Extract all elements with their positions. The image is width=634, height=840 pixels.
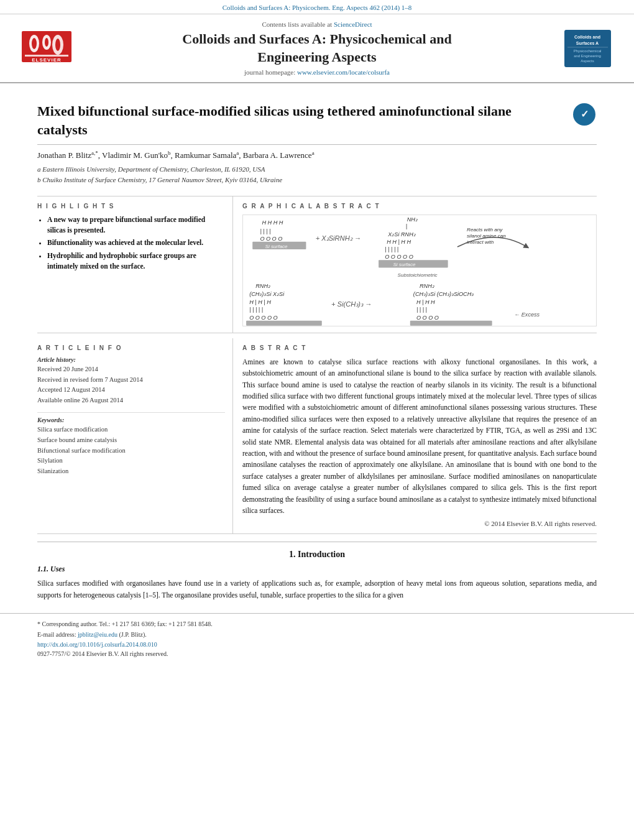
highlight-item-1: A new way to prepare bifunctional surfac… [47, 215, 225, 236]
svg-text:✓: ✓ [581, 109, 589, 119]
affiliation-b: b Chuiko Institute of Surface Chemistry,… [37, 175, 597, 185]
section-divider [37, 542, 597, 542]
graphical-abstract-column: G R A P H I C A L A B S T R A C T H H H … [233, 196, 597, 333]
svg-text:X₂Si    RNH₂: X₂Si RNH₂ [387, 231, 415, 238]
svg-text:|: | [406, 223, 407, 229]
svg-text:Surfaces A: Surfaces A [576, 41, 598, 45]
svg-rect-48 [410, 321, 492, 326]
svg-text:O  O  O     O: O O O O [416, 314, 439, 320]
journal-logo-right: Colloids and Surfaces A Physicochemical … [559, 30, 615, 67]
svg-text:and Engineering: and Engineering [574, 54, 601, 58]
history-label: Article history: [37, 356, 225, 363]
svg-text:NH₂: NH₂ [407, 216, 418, 223]
svg-point-2 [32, 38, 37, 49]
article-title-section: Mixed bifunctional surface-modified sili… [37, 96, 597, 144]
intro-text: Silica surfaces modified with organosila… [37, 578, 597, 601]
svg-text:H  H |  H   H: H H | H H [387, 239, 411, 245]
svg-text:interact with: interact with [467, 239, 494, 245]
svg-text:O  O  O  O: O O O O [260, 236, 282, 242]
highlights-label: H I G H L I G H T S [37, 203, 225, 210]
keyword-3: Bifunctional surface modification [37, 446, 225, 456]
authors-line: Jonathan P. Blitza,*, Vladimir M. Gun'ko… [37, 145, 597, 163]
elsevier-logo: ELSEVIER [19, 31, 75, 65]
svg-text:|  |   |         |: | | | | [416, 307, 427, 313]
graphical-abstract-svg: H H H H | | | | O O O O Si surface + X₂S… [243, 215, 596, 326]
svg-text:ELSEVIER: ELSEVIER [32, 57, 62, 63]
footer-email-link[interactable]: jpblitz@eiu.edu [78, 631, 117, 638]
svg-text:Physicochemical: Physicochemical [573, 49, 601, 53]
abstract-column: A B S T R A C T Amines are known to cata… [233, 338, 597, 533]
highlights-list: A new way to prepare bifunctional surfac… [37, 215, 225, 272]
journal-header: ELSEVIER Contents lists available at Sci… [0, 14, 634, 83]
journal-homepage-link[interactable]: www.elsevier.com/locate/colsurfa [297, 68, 390, 76]
svg-text:+  X₂SiRNH₂  →: + X₂SiRNH₂ → [316, 234, 361, 242]
main-content: Mixed bifunctional surface-modified sili… [0, 83, 634, 613]
footer-email-line: E-mail address: jpblitz@eiu.edu (J.P. Bl… [37, 630, 597, 639]
svg-text:H  |   H       H: H | H H [416, 299, 435, 305]
intro-section-title: 1. Introduction [37, 550, 597, 560]
abstract-copyright: © 2014 Elsevier B.V. All rights reserved… [242, 520, 597, 527]
article-info-label: A R T I C L E I N F O [37, 344, 225, 351]
svg-text:Si surface: Si surface [393, 262, 416, 267]
keyword-1: Silica surface modification [37, 425, 225, 435]
svg-text:Aspects: Aspects [581, 59, 594, 63]
sciencedirect-link: Contents lists available at ScienceDirec… [81, 21, 553, 28]
svg-text:Si surface: Si surface [265, 244, 288, 249]
footer-doi-line: http://dx.doi.org/10.1016/j.colsurfa.201… [37, 641, 597, 648]
article-info-column: A R T I C L E I N F O Article history: R… [37, 338, 233, 533]
svg-text:Substoichiometric: Substoichiometric [398, 272, 438, 278]
introduction-section: 1. Introduction 1.1. Uses Silica surface… [37, 550, 597, 601]
svg-text:RNH₂: RNH₂ [420, 283, 434, 289]
keyword-4: Silylation [37, 456, 225, 466]
abstract-label: A B S T R A C T [242, 344, 597, 351]
info-abstract-row: A R T I C L E I N F O Article history: R… [37, 338, 597, 534]
article-title: Mixed bifunctional surface-modified sili… [37, 102, 563, 139]
graphical-abstract-label: G R A P H I C A L A B S T R A C T [242, 203, 597, 210]
affiliation-a: a Eastern Illinois University, Departmen… [37, 164, 597, 175]
footer-footnote: * Corresponding author. Tel.: +1 217 581… [37, 620, 597, 629]
journal-center: Contents lists available at ScienceDirec… [75, 21, 559, 76]
svg-text:|   |   |   |: | | | | [260, 228, 270, 234]
svg-text:Colloids and: Colloids and [574, 35, 600, 39]
highlight-item-2: Bifunctionality was achieved at the mole… [47, 238, 225, 248]
journal-homepage: journal homepage: www.elsevier.com/locat… [81, 68, 553, 76]
svg-text:Reacts with any: Reacts with any [467, 226, 503, 232]
top-citation-bar: Colloids and Surfaces A: Physicochem. En… [0, 0, 634, 14]
svg-text:(CH₃)₃Si    (CH₃)₃SiOCH₃: (CH₃)₃Si (CH₃)₃SiOCH₃ [413, 291, 474, 297]
svg-text:silanol amine can: silanol amine can [467, 233, 506, 239]
article-history-section: Article history: Received 20 June 2014 R… [37, 356, 225, 406]
svg-text:←  Excess: ← Excess [514, 311, 540, 317]
svg-rect-7 [25, 55, 68, 57]
footer-issn: 0927-7757/© 2014 Elsevier B.V. All right… [37, 650, 597, 658]
keywords-list: Silica surface modification Surface boun… [37, 425, 225, 477]
highlights-abstract-row: H I G H L I G H T S A new way to prepare… [37, 196, 597, 333]
received-date: Received 20 June 2014 Received in revise… [37, 364, 225, 406]
article-title-text: Mixed bifunctional surface-modified sili… [37, 102, 563, 139]
journal-citation: Colloids and Surfaces A: Physicochem. En… [223, 4, 412, 11]
highlights-column: H I G H L I G H T S A new way to prepare… [37, 196, 233, 333]
sciencedirect-anchor[interactable]: ScienceDirect [334, 21, 372, 28]
crossmark-icon: ✓ [573, 103, 595, 126]
graphical-abstract-diagram: H H H H | | | | O O O O Si surface + X₂S… [242, 215, 597, 326]
svg-rect-41 [246, 321, 322, 326]
svg-point-6 [55, 39, 60, 51]
svg-text:H  |   H  |   H: H | H | H [249, 299, 271, 305]
page-footer: * Corresponding author. Tel.: +1 217 581… [0, 613, 634, 665]
journal-title: Colloids and Surfaces A: Physicochemical… [81, 30, 553, 66]
svg-text:O  O  O  O  O: O O O O O [385, 254, 413, 260]
csa-logo-svg: Colloids and Surfaces A Physicochemical … [564, 30, 611, 67]
svg-text:O  O  O  O  O: O O O O O [249, 314, 278, 320]
keyword-5: Silanization [37, 466, 225, 477]
footer-doi-link[interactable]: http://dx.doi.org/10.1016/j.colsurfa.201… [37, 641, 157, 648]
keywords-section: Keywords: Silica surface modification Su… [37, 417, 225, 477]
elsevier-logo-svg: ELSEVIER [22, 31, 71, 65]
abstract-text: Amines are known to catalyse silica surf… [242, 356, 597, 516]
svg-text:+  Si(CH₃)₃  →: + Si(CH₃)₃ → [331, 300, 372, 308]
svg-text:|  |   |  |   |: | | | | | [249, 307, 263, 313]
highlight-item-3: Hydrophilic and hydrophobic surface grou… [47, 251, 225, 272]
affiliations: a Eastern Illinois University, Departmen… [37, 163, 597, 191]
keyword-2: Surface bound amine catalysis [37, 435, 225, 446]
keywords-label: Keywords: [37, 417, 225, 423]
svg-text:(CH₃)₃Si    X₂Si: (CH₃)₃Si X₂Si [249, 291, 285, 297]
crossmark-badge: ✓ [572, 102, 597, 127]
